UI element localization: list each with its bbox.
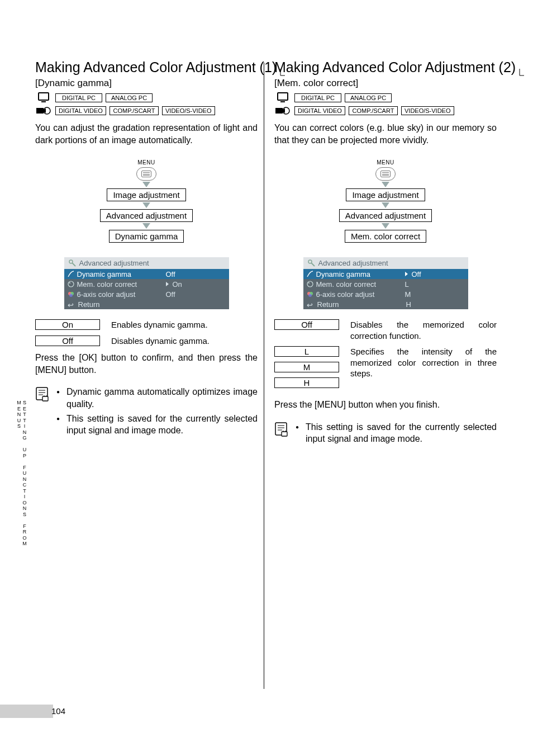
menu-navigation-diagram: MENU Image adjustment Advanced adjustmen… [274,159,497,243]
note-block: This setting is saved for the currently … [274,421,497,447]
section-subtitle: [Dynamic gamma] [35,78,258,89]
pc-sources-row: DIGITAL PC ANALOG PC [274,92,497,103]
monitor-icon [35,92,52,103]
note-item: This setting is saved for the currently … [296,421,497,445]
instruction-text: Press the [OK] button to confirm, and th… [35,352,258,376]
option-label: Off [35,336,100,346]
osd-item-label: Dynamic gamma [316,270,403,278]
options-table: On Enables dynamic gamma. Off Disables d… [35,319,258,346]
svg-rect-18 [278,93,288,100]
monitor-icon [274,92,291,103]
down-arrow-icon [142,223,150,229]
osd-item-value: On [173,280,182,289]
osd-body: Dynamic gamma Off Mem. color correct On … [64,269,229,309]
svg-rect-20 [275,108,283,114]
note-item: Dynamic gamma automatically optimizes im… [56,386,258,410]
camcorder-icon [274,105,291,116]
source-chip: DIGITAL PC [294,93,341,102]
hamburger-icon [141,171,151,177]
section-title: Making Advanced Color Adjustment (2) [274,59,516,75]
down-arrow-icon [382,202,389,208]
option-label: Off [274,319,339,330]
palette-icon [68,281,75,288]
osd-row: 6-axis color adjust M [303,289,468,299]
osd-row: ↩ Return H [303,299,468,309]
osd-item-label: Return [78,300,165,309]
menu-label: MENU [137,159,155,166]
menu-label: MENU [377,159,394,166]
svg-point-28 [308,294,312,297]
svg-line-5 [72,263,75,266]
osd-item-value: Off [412,270,421,278]
osd-item-label: 6-axis color adjust [77,290,164,299]
osd-item-value: H [406,300,411,309]
source-chip: COMP./SCART [349,106,398,115]
osd-screenshot: Advanced adjustment Dynamic gamma Off Me… [64,257,229,309]
osd-item-label: Mem. color correct [77,280,164,289]
video-sources-row: DIGITAL VIDEO COMP./SCART VIDEO/S-VIDEO [35,105,258,116]
down-arrow-icon [382,182,389,187]
menu-navigation-diagram: MENU Image adjustment Advanced adjustmen… [35,159,258,243]
hamburger-icon [380,171,391,177]
heading-tick-icon [280,69,285,78]
svg-line-23 [311,263,315,266]
nav-step: Dynamic gamma [109,230,184,243]
content-columns: Making Advanced Color Adjustment (1) [Dy… [35,59,499,447]
options-table: Off Disables the memorized color correct… [274,319,497,393]
source-chip: COMP./SCART [110,106,159,115]
note-list: Dynamic gamma automatically optimizes im… [56,386,258,438]
osd-row: 6-axis color adjust Off [64,289,229,299]
option-row: L M H Specifies the intensity of the mem… [274,346,497,393]
wrench-icon [69,259,76,267]
nav-step: Image adjustment [346,188,425,201]
menu-button-icon [375,167,396,181]
note-icon [274,422,288,437]
osd-row: Mem. color correct L [303,279,468,289]
return-icon: ↩ [68,301,75,308]
note-block: Dynamic gamma automatically optimizes im… [35,386,258,438]
osd-title-text: Advanced adjustment [318,259,388,267]
osd-row: Mem. color correct On [64,279,229,289]
option-label: H [274,377,339,388]
selection-marker-icon [405,272,408,276]
right-column: Making Advanced Color Adjustment (2) [Me… [274,59,497,447]
osd-item-value: Off [166,270,175,278]
nav-step: Advanced adjustment [339,209,432,222]
note-list: This setting is saved for the currently … [296,421,497,447]
instruction-text: Press the [MENU] button when you finish. [274,399,497,411]
heading-row: Making Advanced Color Adjustment (1) [35,59,258,75]
osd-item-label: 6-axis color adjust [316,290,403,299]
osd-item-label: Dynamic gamma [77,270,164,278]
down-arrow-icon [142,202,150,208]
option-label: On [35,319,100,330]
osd-screenshot: Advanced adjustment Dynamic gamma Off Me… [303,257,468,309]
page-number-bar: 104 [0,705,74,718]
option-row: Off Disables the memorized color correct… [274,319,497,341]
svg-point-7 [69,282,70,284]
color-wheel-icon [68,291,75,298]
svg-rect-15 [42,396,48,401]
curve-icon [68,271,75,278]
menu-button-icon [136,167,156,181]
nav-step: Mem. color correct [345,230,426,243]
section-title: Making Advanced Color Adjustment (1) [35,59,277,75]
svg-rect-2 [36,108,44,114]
source-chip: VIDEO/S-VIDEO [162,106,215,115]
svg-point-24 [307,281,313,287]
section-subtitle: [Mem. color correct] [274,78,497,89]
osd-row-selected: Dynamic gamma Off [303,269,468,279]
down-arrow-icon [382,223,389,229]
option-description: Enables dynamic gamma. [111,319,258,330]
heading-tick-icon [519,69,525,78]
option-description: Disables the memorized color correction … [350,319,497,341]
source-chip: DIGITAL VIDEO [55,106,106,115]
heading-row: Making Advanced Color Adjustment (2) [274,59,497,75]
camcorder-icon [35,105,52,116]
palette-icon [307,281,314,288]
svg-rect-1 [41,101,46,102]
osd-title-bar: Advanced adjustment [64,257,229,269]
osd-row: ↩ Return [64,299,229,309]
option-label: L [274,346,339,357]
left-column: Making Advanced Color Adjustment (1) [Dy… [35,59,258,447]
wrench-icon [308,259,315,267]
